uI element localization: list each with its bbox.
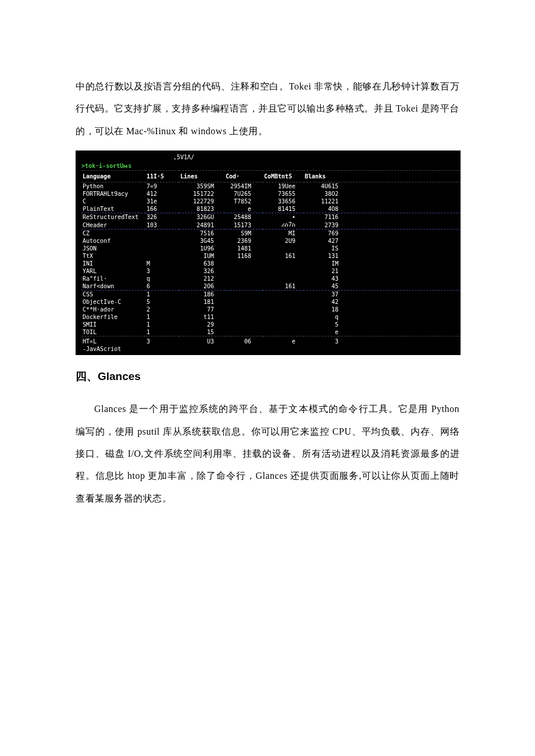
table-footer-row: HT«L 3 U3 06 e 3 — [81, 336, 461, 346]
table-row: Python7«9359SM2954IM19Uee4U615 — [81, 182, 461, 191]
col-lines: Lines — [179, 171, 224, 182]
col-blanks: Blanks — [304, 171, 338, 182]
table-row: C**H·ador27718 — [81, 306, 461, 313]
table-row: INIM638IM — [81, 260, 461, 267]
col-comments: CoMBtnt5 — [263, 171, 304, 182]
terminal-output: ,5V1Λ/ >tok·i-sortUᴍs Language 11I·5 Lin… — [76, 151, 461, 355]
table-row: Dockerfile1t11q — [81, 313, 461, 321]
col-language: Language — [81, 171, 145, 182]
col-code: Cod· — [224, 171, 263, 182]
paragraph-tokei-desc: 中的总行数以及按语言分组的代码、注释和空白。Tokei 非常快，能够在几秒钟计算… — [76, 76, 459, 142]
table-row: CSS118637 — [81, 291, 461, 299]
col-files: 11I·5 — [145, 171, 179, 182]
table-row: ReStructuredText326326GU25488•7116 — [81, 213, 461, 221]
table-row: CZ7516S9MMI769 — [81, 230, 461, 238]
section-4-heading: 四、Glances — [76, 369, 459, 384]
table-row: CHeader1032489115173ሪስ7ስ2739 — [81, 221, 461, 230]
terminal-version: ,5V1Λ/ — [173, 154, 194, 160]
table-row: Ra"fil·q21243 — [81, 275, 461, 282]
table-row: JSON1U961481IS — [81, 245, 461, 252]
table-row: YARL332621 — [81, 267, 461, 275]
table-row: TOIL115e — [81, 328, 461, 336]
table-row: PlainText16681823e814154O8 — [81, 205, 461, 213]
tokei-table: Language 11I·5 Lines Cod· CoMBtnt5 Blank… — [81, 170, 461, 353]
terminal-prompt: >tok·i-sortUᴍs — [81, 163, 461, 169]
table-row: SMII1295 — [81, 321, 461, 328]
table-subrow: -JavAScriot — [81, 345, 461, 353]
paragraph-glances-desc: Glances 是一个用于监控系统的跨平台、基于文本模式的命令行工具。它是用 P… — [76, 398, 459, 510]
table-row: ObjectIve-C518142 — [81, 298, 461, 306]
table-row: Narf<down62O616145 — [81, 282, 461, 291]
table-row: TtXIUM1168161131 — [81, 252, 461, 260]
table-row: C31e122729T78523365611221 — [81, 198, 461, 205]
table-row: Autoconf3G4523692U9427 — [81, 237, 461, 245]
table-row: FORTRAHLt9acy4121517227U2657365538O2 — [81, 190, 461, 198]
table-header-row: Language 11I·5 Lines Cod· CoMBtnt5 Blank… — [81, 171, 461, 182]
